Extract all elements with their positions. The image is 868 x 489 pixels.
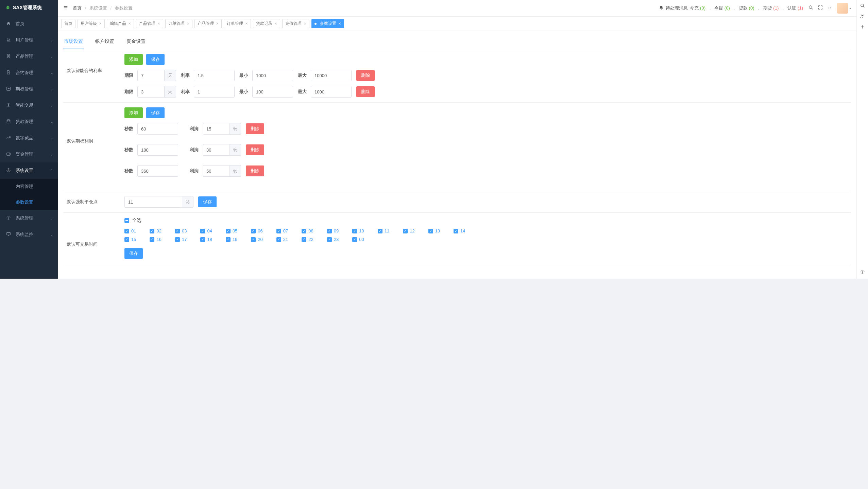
tab[interactable]: 订单管理✕ <box>165 19 192 28</box>
save-button[interactable]: 保存 <box>124 248 143 259</box>
hour-checkbox[interactable]: 07 <box>276 228 288 233</box>
sidebar-item[interactable]: 首页 <box>0 16 58 32</box>
toggle-sidebar-icon[interactable] <box>63 5 68 11</box>
hour-checkbox[interactable]: 18 <box>200 237 212 242</box>
tab[interactable]: 订单管理✕ <box>224 19 251 28</box>
tab[interactable]: 贷款记录✕ <box>253 19 280 28</box>
hour-checkbox[interactable]: 04 <box>200 228 212 233</box>
hour-checkbox[interactable]: 19 <box>226 237 237 242</box>
select-all-checkbox[interactable] <box>124 218 129 223</box>
sidebar-sub-item[interactable]: 内容管理 <box>0 179 58 194</box>
tab[interactable]: 编辑产品✕ <box>107 19 134 28</box>
sidebar-item[interactable]: 系统设置⌃ <box>0 162 58 179</box>
hour-checkbox[interactable]: 09 <box>327 228 339 233</box>
hour-checkbox[interactable]: 14 <box>454 228 465 233</box>
bell-icon[interactable] <box>659 5 664 11</box>
save-button[interactable]: 保存 <box>146 54 165 65</box>
delete-button[interactable]: 删除 <box>356 70 375 81</box>
status-item[interactable]: 贷款 (0) <box>737 5 755 11</box>
hour-checkbox[interactable]: 00 <box>352 237 364 242</box>
max-input[interactable] <box>311 86 352 98</box>
close-icon[interactable]: ✕ <box>187 22 189 25</box>
period-input[interactable] <box>137 70 165 81</box>
hour-checkbox[interactable]: 23 <box>327 237 339 242</box>
hour-checkbox[interactable]: 12 <box>403 228 414 233</box>
max-input[interactable] <box>311 70 352 81</box>
search-icon[interactable] <box>860 3 865 9</box>
tab[interactable]: 用户等级✕ <box>78 19 105 28</box>
hour-checkbox[interactable]: 15 <box>124 237 136 242</box>
profit-input[interactable] <box>203 123 230 135</box>
seconds-input[interactable] <box>137 165 178 177</box>
force-close-input[interactable] <box>124 196 182 208</box>
close-icon[interactable]: ✕ <box>99 22 102 25</box>
tab[interactable]: 首页 <box>61 19 75 28</box>
breadcrumb-item[interactable]: 首页 <box>73 5 82 11</box>
close-icon[interactable]: ✕ <box>304 22 306 25</box>
search-icon[interactable] <box>809 5 813 11</box>
close-icon[interactable]: ✕ <box>128 22 131 25</box>
period-input[interactable] <box>137 86 165 98</box>
close-icon[interactable]: ✕ <box>157 22 160 25</box>
sidebar-item[interactable]: 智能交易⌄ <box>0 97 58 113</box>
add-button[interactable]: 添加 <box>124 54 143 65</box>
sidebar-item[interactable]: 系统监控⌄ <box>0 226 58 243</box>
profit-input[interactable] <box>203 165 230 177</box>
tab[interactable]: 产品管理✕ <box>194 19 222 28</box>
plus-icon[interactable] <box>860 24 865 30</box>
hour-checkbox[interactable]: 16 <box>150 237 161 242</box>
tab[interactable]: 参数设置✕ <box>311 19 344 28</box>
sidebar-item[interactable]: 数字藏品⌄ <box>0 130 58 146</box>
sidebar-item[interactable]: 资金管理⌄ <box>0 146 58 162</box>
tab[interactable]: 产品管理✕ <box>136 19 163 28</box>
hour-checkbox[interactable]: 21 <box>276 237 288 242</box>
sub-tab[interactable]: 市场设置 <box>63 34 84 49</box>
sidebar-item[interactable]: 产品管理⌄ <box>0 48 58 65</box>
settings-icon[interactable] <box>860 269 865 275</box>
add-button[interactable]: 添加 <box>124 107 143 118</box>
delete-button[interactable]: 删除 <box>356 86 375 97</box>
seconds-input[interactable] <box>137 144 178 156</box>
save-button[interactable]: 保存 <box>198 196 217 207</box>
close-icon[interactable]: ✕ <box>216 22 219 25</box>
hour-checkbox[interactable]: 08 <box>302 228 313 233</box>
status-item[interactable]: 认证 (1) <box>786 5 803 11</box>
seconds-input[interactable] <box>137 123 178 135</box>
sub-tab[interactable]: 帐户设置 <box>95 34 115 49</box>
status-item[interactable]: 期货 (1) <box>762 5 780 11</box>
sidebar-sub-item[interactable]: 参数设置 <box>0 194 58 210</box>
hour-checkbox[interactable]: 06 <box>251 228 262 233</box>
save-button[interactable]: 保存 <box>146 107 165 118</box>
hour-checkbox[interactable]: 03 <box>175 228 187 233</box>
sidebar-item[interactable]: 期权管理⌄ <box>0 81 58 97</box>
hour-checkbox[interactable]: 05 <box>226 228 237 233</box>
user-menu[interactable]: ▾ <box>837 3 851 14</box>
hour-checkbox[interactable]: 22 <box>302 237 313 242</box>
close-icon[interactable]: ✕ <box>274 22 277 25</box>
hour-checkbox[interactable]: 10 <box>352 228 364 233</box>
rate-input[interactable] <box>194 70 235 81</box>
status-item[interactable]: 今充 (0) <box>690 5 707 11</box>
delete-button[interactable]: 删除 <box>246 144 264 155</box>
sidebar-item[interactable]: 合约管理⌄ <box>0 65 58 81</box>
fullscreen-icon[interactable] <box>818 5 823 11</box>
breadcrumb-item[interactable]: 系统设置 <box>89 5 107 11</box>
hour-checkbox[interactable]: 01 <box>124 228 136 233</box>
hour-checkbox[interactable]: 02 <box>150 228 161 233</box>
sidebar-item[interactable]: 用户管理⌄ <box>0 32 58 48</box>
users-icon[interactable] <box>860 14 865 20</box>
tab[interactable]: 充值管理✕ <box>282 19 309 28</box>
hour-checkbox[interactable]: 17 <box>175 237 187 242</box>
profit-input[interactable] <box>203 144 230 156</box>
close-icon[interactable]: ✕ <box>338 22 341 25</box>
delete-button[interactable]: 删除 <box>246 123 264 134</box>
font-size-icon[interactable]: TT <box>828 5 832 11</box>
hour-checkbox[interactable]: 13 <box>428 228 440 233</box>
close-icon[interactable]: ✕ <box>245 22 248 25</box>
sidebar-item[interactable]: 系统管理⌄ <box>0 210 58 226</box>
rate-input[interactable] <box>194 86 235 98</box>
sidebar-item[interactable]: 贷款管理⌄ <box>0 113 58 130</box>
status-item[interactable]: 今提 (0) <box>713 5 731 11</box>
delete-button[interactable]: 删除 <box>246 165 264 176</box>
min-input[interactable] <box>252 86 293 98</box>
